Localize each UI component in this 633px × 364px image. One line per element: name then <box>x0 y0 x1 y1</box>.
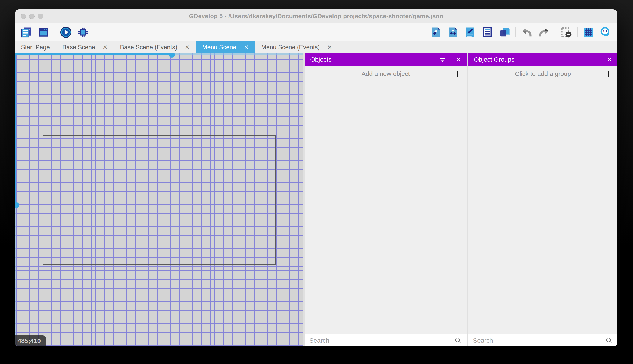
window-title: GDevelop 5 - /Users/dkarakay/Documents/G… <box>15 13 617 20</box>
search-icon <box>454 337 462 344</box>
layers-editor-button[interactable] <box>499 26 510 38</box>
tab-base-scene[interactable]: Base Scene ✕ <box>56 41 114 53</box>
toolbar-editors-group <box>430 26 510 38</box>
objects-search-input[interactable] <box>309 337 454 344</box>
object-groups-panel-header: Object Groups ✕ <box>468 53 617 66</box>
svg-text:1:1: 1:1 <box>603 30 607 33</box>
toolbar-separator <box>577 28 578 37</box>
window-mask-button[interactable] <box>560 26 572 38</box>
objects-search-bar <box>305 334 467 346</box>
toolbar: 1:1 <box>15 23 617 41</box>
tab-label: Start Page <box>21 44 50 51</box>
tab-label: Menu Scene <box>202 44 236 51</box>
objects-panel: Objects ✕ Add a new object + <box>305 53 467 346</box>
zoom-one-to-one-icon: 1:1 <box>600 27 611 38</box>
traffic-lights <box>21 10 43 23</box>
filter-icon[interactable] <box>439 56 446 63</box>
horizontal-scrollbar-handle[interactable] <box>169 53 175 58</box>
groups-search-bar <box>468 334 617 346</box>
toolbar-history-group <box>521 26 550 38</box>
objects-editor-button[interactable] <box>430 26 442 38</box>
add-group-plus-icon[interactable]: + <box>605 68 611 80</box>
toolbar-separator <box>55 28 55 37</box>
objects-panel-title: Objects <box>310 56 429 63</box>
close-tab-icon[interactable]: ✕ <box>327 44 332 51</box>
object-groups-panel-title: Object Groups <box>474 56 597 63</box>
vertical-scrollbar-track[interactable] <box>15 205 16 346</box>
instances-list-icon <box>482 27 493 38</box>
add-object-label: Add a new object <box>362 70 410 77</box>
object-groups-editor-button[interactable] <box>447 26 459 38</box>
objects-panel-header: Objects ✕ <box>305 53 467 66</box>
groups-search-input[interactable] <box>473 337 605 344</box>
title-bar: GDevelop 5 - /Users/dkarakay/Documents/G… <box>15 10 617 23</box>
debugger-icon <box>78 27 89 38</box>
undo-icon <box>521 27 532 38</box>
tab-bar: Start Page Base Scene ✕ Base Scene (Even… <box>15 41 617 53</box>
toolbar-left-group <box>21 26 50 38</box>
close-tab-icon[interactable]: ✕ <box>103 44 107 51</box>
close-tab-icon[interactable]: ✕ <box>244 44 249 51</box>
grid-icon <box>583 27 594 38</box>
groups-list-empty <box>468 82 617 334</box>
horizontal-scrollbar-track[interactable] <box>172 53 303 55</box>
window-mask-icon <box>561 27 572 38</box>
tab-start-page[interactable]: Start Page <box>15 41 56 53</box>
debugger-button[interactable] <box>77 26 89 38</box>
objects-list-empty <box>305 82 467 334</box>
add-group-label: Click to add a group <box>515 70 571 77</box>
toolbar-separator <box>515 28 516 37</box>
objects-editor-icon <box>430 27 441 38</box>
instances-list-button[interactable] <box>481 26 493 38</box>
properties-panel-button[interactable] <box>464 26 476 38</box>
project-manager-icon <box>21 27 32 38</box>
toggle-grid-button[interactable] <box>583 26 594 38</box>
minimize-window-button[interactable] <box>29 14 35 19</box>
toolbar-preview-group <box>60 26 89 38</box>
redo-icon <box>538 27 550 38</box>
preview-window-icon <box>38 27 49 38</box>
undo-button[interactable] <box>521 26 533 38</box>
panel-divider <box>467 53 468 346</box>
vertical-scrollbar[interactable] <box>15 53 16 205</box>
tab-menu-scene[interactable]: Menu Scene ✕ <box>196 41 255 53</box>
add-object-plus-icon[interactable]: + <box>454 68 461 80</box>
close-panel-icon[interactable]: ✕ <box>456 56 461 63</box>
play-preview-button[interactable] <box>60 26 72 38</box>
object-groups-panel: Object Groups ✕ Click to add a group + <box>468 53 617 346</box>
preview-window-button[interactable] <box>38 26 50 38</box>
toolbar-view-group: 1:1 <box>583 26 611 38</box>
add-group-row[interactable]: Click to add a group + <box>468 66 617 82</box>
content-area: 485;410 Objects ✕ Add a new object + <box>15 53 617 346</box>
close-tab-icon[interactable]: ✕ <box>185 44 189 51</box>
vertical-scrollbar-handle[interactable] <box>15 202 19 208</box>
play-icon <box>60 27 72 38</box>
scene-window-border <box>43 136 275 265</box>
tab-label: Base Scene <box>62 44 95 51</box>
add-object-row[interactable]: Add a new object + <box>305 66 467 82</box>
app-window: GDevelop 5 - /Users/dkarakay/Documents/G… <box>15 10 617 346</box>
project-manager-button[interactable] <box>21 26 32 38</box>
redo-button[interactable] <box>538 26 550 38</box>
zoom-one-to-one-button[interactable]: 1:1 <box>600 26 611 38</box>
layers-editor-icon <box>499 27 510 38</box>
scene-canvas[interactable]: 485;410 <box>15 53 303 346</box>
tab-base-scene-events[interactable]: Base Scene (Events) ✕ <box>114 41 196 53</box>
close-panel-icon[interactable]: ✕ <box>607 56 612 63</box>
cursor-coordinates-badge: 485;410 <box>15 336 46 346</box>
panel-divider <box>303 53 305 346</box>
search-icon <box>605 337 613 344</box>
object-groups-editor-icon <box>447 27 459 38</box>
tab-menu-scene-events[interactable]: Menu Scene (Events) ✕ <box>255 41 338 53</box>
tab-label: Base Scene (Events) <box>120 44 177 51</box>
toolbar-separator <box>555 28 555 37</box>
horizontal-scrollbar[interactable] <box>15 53 172 55</box>
close-window-button[interactable] <box>21 14 26 19</box>
zoom-window-button[interactable] <box>38 14 43 19</box>
properties-panel-icon <box>464 27 476 38</box>
tab-label: Menu Scene (Events) <box>261 44 320 51</box>
